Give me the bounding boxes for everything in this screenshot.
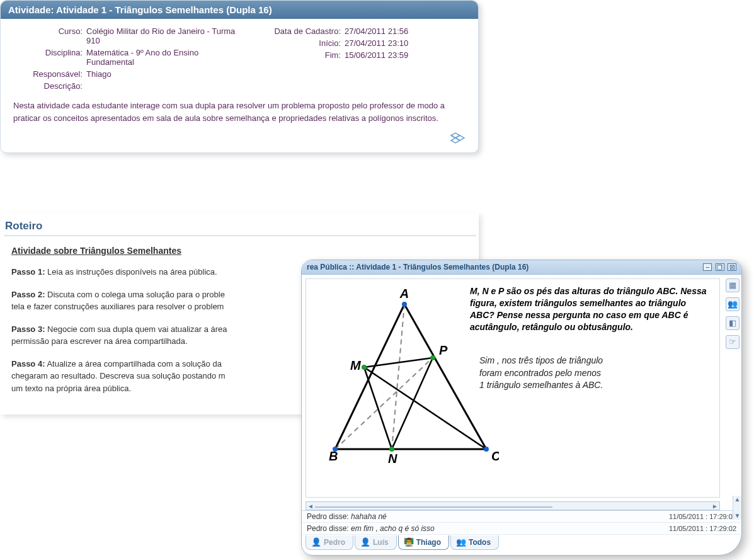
scroll-up-icon[interactable]: ▲ bbox=[733, 496, 741, 503]
value-inicio: 27/04/2011 23:10 bbox=[345, 38, 408, 48]
svg-text:C: C bbox=[491, 449, 499, 463]
svg-point-8 bbox=[484, 447, 489, 452]
svg-point-6 bbox=[402, 302, 407, 307]
chat-messages: Pedro disse: hahaha né 11/05/2011 : 17:2… bbox=[302, 510, 741, 535]
window-title-text: rea Pública :: Atividade 1 - Triângulos … bbox=[307, 263, 528, 271]
msg-timestamp: 11/05/2011 : 17:29:00 bbox=[669, 513, 736, 520]
tool-column: ▦ 👥 ◧ ☞ bbox=[724, 275, 741, 501]
section-title-roteiro: Roteiro bbox=[4, 217, 476, 236]
vertical-scrollbar[interactable]: ▲ ▼ bbox=[733, 496, 741, 520]
tool-eraser-icon[interactable]: ◧ bbox=[726, 316, 740, 330]
user-icon: 👤 bbox=[360, 537, 370, 547]
activity-header: Atividade: Atividade 1 - Triângulos Seme… bbox=[1, 1, 478, 19]
svg-text:M: M bbox=[350, 358, 362, 372]
svg-point-11 bbox=[430, 355, 435, 360]
msg-timestamp: 11/05/2011 : 17:29:02 bbox=[669, 525, 736, 532]
scroll-left-icon[interactable]: ◄ bbox=[306, 503, 315, 510]
scroll-right-icon[interactable]: ► bbox=[711, 503, 719, 510]
activity-body: Curso: Colégio Militar do Rio de Janeiro… bbox=[1, 19, 478, 129]
svg-text:B: B bbox=[329, 449, 338, 463]
svg-text:A: A bbox=[399, 287, 409, 300]
tool-users-icon[interactable]: 👥 bbox=[726, 297, 740, 311]
tab-thiago[interactable]: 👨‍🏫Thiago bbox=[398, 535, 449, 550]
user-tabs: 👤Pedro 👤Luís 👨‍🏫Thiago 👥Todos bbox=[306, 535, 499, 550]
tool-pointer-icon[interactable]: ☞ bbox=[726, 335, 740, 349]
chat-message-row: Pedro disse: hahaha né 11/05/2011 : 17:2… bbox=[302, 511, 741, 523]
scroll-thumb[interactable] bbox=[315, 506, 552, 508]
label-inicio: Início: bbox=[246, 38, 341, 48]
tab-luis[interactable]: 👤Luís bbox=[355, 535, 397, 550]
horizontal-scrollbar[interactable]: ◄ ► bbox=[306, 501, 720, 510]
value-curso: Colégio Militar do Rio de Janeiro - Turm… bbox=[86, 26, 237, 45]
svg-point-10 bbox=[389, 447, 394, 452]
svg-point-9 bbox=[362, 365, 367, 370]
scroll-down-icon[interactable]: ▼ bbox=[733, 512, 741, 520]
label-fim: Fim: bbox=[246, 50, 341, 60]
svg-text:P: P bbox=[439, 343, 448, 357]
svg-line-5 bbox=[364, 367, 486, 449]
window-titlebar[interactable]: rea Pública :: Atividade 1 - Triângulos … bbox=[302, 260, 741, 275]
label-descricao: Descrição: bbox=[13, 81, 83, 91]
restore-icon[interactable]: ❐ bbox=[716, 263, 724, 271]
dropbox-icon[interactable] bbox=[449, 132, 467, 146]
value-cadastro: 27/04/2011 21:56 bbox=[345, 26, 408, 36]
roteiro-subtitle: Atividade sobre Triângulos Semelhantes bbox=[11, 246, 465, 256]
tab-todos[interactable]: 👥Todos bbox=[450, 535, 499, 550]
svg-text:N: N bbox=[388, 452, 397, 466]
activity-description: Nesta atividade cada estudante interage … bbox=[13, 100, 466, 124]
tab-pedro[interactable]: 👤Pedro bbox=[306, 535, 353, 550]
label-responsavel: Responsável: bbox=[13, 69, 83, 79]
tool-layout-icon[interactable]: ▦ bbox=[726, 278, 740, 292]
minimize-icon[interactable]: – bbox=[703, 263, 712, 271]
activity-card: Atividade: Atividade 1 - Triângulos Seme… bbox=[0, 0, 479, 153]
problem-text: M, N e P são os pés das alturas do triân… bbox=[470, 285, 709, 333]
close-icon[interactable]: ☒ bbox=[728, 263, 736, 271]
label-curso: Curso: bbox=[13, 26, 83, 45]
public-area-window: rea Pública :: Atividade 1 - Triângulos … bbox=[301, 260, 742, 556]
label-disciplina: Disciplina: bbox=[13, 48, 83, 67]
value-responsavel: Thiago bbox=[86, 69, 111, 79]
drawing-canvas[interactable]: A B C M N P M, N e P são os pés das altu… bbox=[306, 278, 720, 498]
label-cadastro: Data de Cadastro: bbox=[246, 26, 341, 36]
answer-text: Sim , nos três tipos de triângulo foram … bbox=[479, 355, 656, 392]
user-icon: 👤 bbox=[311, 537, 321, 547]
value-fim: 15/06/2011 23:59 bbox=[345, 50, 408, 60]
chat-message-row: Pedro disse: em fim , acho q é só isso 1… bbox=[302, 523, 741, 535]
teacher-icon: 👨‍🏫 bbox=[404, 537, 414, 547]
svg-marker-4 bbox=[364, 358, 433, 449]
value-disciplina: Matemática - 9º Ano do Ensino Fundamenta… bbox=[86, 48, 237, 67]
group-icon: 👥 bbox=[456, 537, 466, 547]
